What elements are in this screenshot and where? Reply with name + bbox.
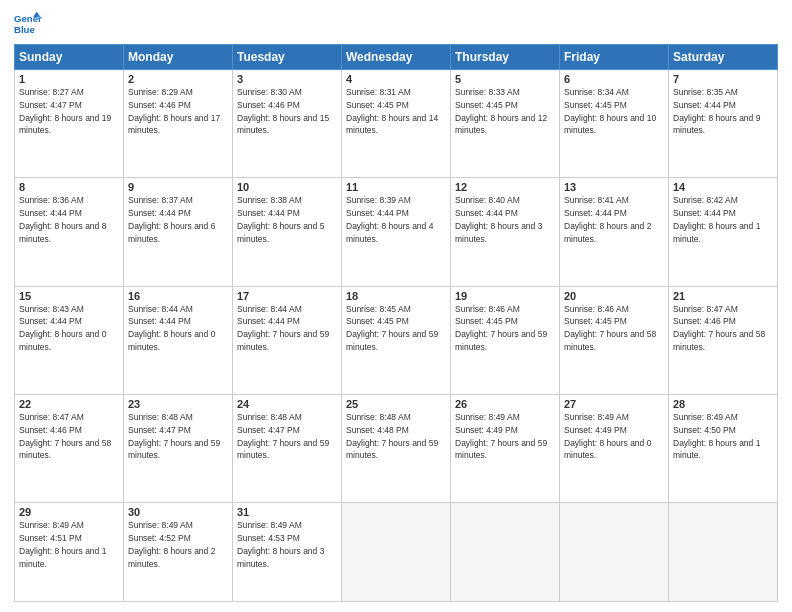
day-info: Sunrise: 8:45 AMSunset: 4:45 PMDaylight:… bbox=[346, 303, 446, 354]
day-number: 3 bbox=[237, 73, 337, 85]
calendar-cell: 19Sunrise: 8:46 AMSunset: 4:45 PMDayligh… bbox=[451, 286, 560, 394]
calendar-cell: 13Sunrise: 8:41 AMSunset: 4:44 PMDayligh… bbox=[560, 178, 669, 286]
calendar-cell: 18Sunrise: 8:45 AMSunset: 4:45 PMDayligh… bbox=[342, 286, 451, 394]
calendar-body: 1Sunrise: 8:27 AMSunset: 4:47 PMDaylight… bbox=[15, 70, 778, 602]
day-info: Sunrise: 8:34 AMSunset: 4:45 PMDaylight:… bbox=[564, 86, 664, 137]
day-info: Sunrise: 8:33 AMSunset: 4:45 PMDaylight:… bbox=[455, 86, 555, 137]
header: General Blue bbox=[14, 10, 778, 38]
day-info: Sunrise: 8:40 AMSunset: 4:44 PMDaylight:… bbox=[455, 194, 555, 245]
day-number: 2 bbox=[128, 73, 228, 85]
logo-icon: General Blue bbox=[14, 10, 42, 38]
calendar-cell bbox=[451, 503, 560, 602]
day-number: 22 bbox=[19, 398, 119, 410]
day-info: Sunrise: 8:48 AMSunset: 4:48 PMDaylight:… bbox=[346, 411, 446, 462]
calendar-row-0: 1Sunrise: 8:27 AMSunset: 4:47 PMDaylight… bbox=[15, 70, 778, 178]
day-number: 21 bbox=[673, 290, 773, 302]
day-number: 1 bbox=[19, 73, 119, 85]
calendar-row-1: 8Sunrise: 8:36 AMSunset: 4:44 PMDaylight… bbox=[15, 178, 778, 286]
day-info: Sunrise: 8:49 AMSunset: 4:51 PMDaylight:… bbox=[19, 519, 119, 570]
day-number: 11 bbox=[346, 181, 446, 193]
day-info: Sunrise: 8:46 AMSunset: 4:45 PMDaylight:… bbox=[455, 303, 555, 354]
calendar-cell: 5Sunrise: 8:33 AMSunset: 4:45 PMDaylight… bbox=[451, 70, 560, 178]
header-cell-wednesday: Wednesday bbox=[342, 45, 451, 70]
day-info: Sunrise: 8:41 AMSunset: 4:44 PMDaylight:… bbox=[564, 194, 664, 245]
calendar-cell: 26Sunrise: 8:49 AMSunset: 4:49 PMDayligh… bbox=[451, 395, 560, 503]
day-info: Sunrise: 8:38 AMSunset: 4:44 PMDaylight:… bbox=[237, 194, 337, 245]
header-cell-saturday: Saturday bbox=[669, 45, 778, 70]
calendar-cell: 14Sunrise: 8:42 AMSunset: 4:44 PMDayligh… bbox=[669, 178, 778, 286]
calendar-cell: 30Sunrise: 8:49 AMSunset: 4:52 PMDayligh… bbox=[124, 503, 233, 602]
calendar-cell: 16Sunrise: 8:44 AMSunset: 4:44 PMDayligh… bbox=[124, 286, 233, 394]
calendar-cell: 4Sunrise: 8:31 AMSunset: 4:45 PMDaylight… bbox=[342, 70, 451, 178]
header-cell-monday: Monday bbox=[124, 45, 233, 70]
day-number: 24 bbox=[237, 398, 337, 410]
header-cell-thursday: Thursday bbox=[451, 45, 560, 70]
svg-text:Blue: Blue bbox=[14, 24, 35, 35]
day-number: 14 bbox=[673, 181, 773, 193]
calendar-cell bbox=[560, 503, 669, 602]
calendar-cell: 24Sunrise: 8:48 AMSunset: 4:47 PMDayligh… bbox=[233, 395, 342, 503]
day-info: Sunrise: 8:43 AMSunset: 4:44 PMDaylight:… bbox=[19, 303, 119, 354]
calendar-row-4: 29Sunrise: 8:49 AMSunset: 4:51 PMDayligh… bbox=[15, 503, 778, 602]
calendar-cell bbox=[669, 503, 778, 602]
day-info: Sunrise: 8:29 AMSunset: 4:46 PMDaylight:… bbox=[128, 86, 228, 137]
calendar: SundayMondayTuesdayWednesdayThursdayFrid… bbox=[14, 44, 778, 602]
day-info: Sunrise: 8:36 AMSunset: 4:44 PMDaylight:… bbox=[19, 194, 119, 245]
day-number: 8 bbox=[19, 181, 119, 193]
calendar-cell: 1Sunrise: 8:27 AMSunset: 4:47 PMDaylight… bbox=[15, 70, 124, 178]
header-cell-tuesday: Tuesday bbox=[233, 45, 342, 70]
day-number: 4 bbox=[346, 73, 446, 85]
day-number: 19 bbox=[455, 290, 555, 302]
calendar-cell: 29Sunrise: 8:49 AMSunset: 4:51 PMDayligh… bbox=[15, 503, 124, 602]
day-info: Sunrise: 8:47 AMSunset: 4:46 PMDaylight:… bbox=[673, 303, 773, 354]
calendar-cell: 12Sunrise: 8:40 AMSunset: 4:44 PMDayligh… bbox=[451, 178, 560, 286]
calendar-cell: 9Sunrise: 8:37 AMSunset: 4:44 PMDaylight… bbox=[124, 178, 233, 286]
calendar-cell: 10Sunrise: 8:38 AMSunset: 4:44 PMDayligh… bbox=[233, 178, 342, 286]
calendar-cell: 7Sunrise: 8:35 AMSunset: 4:44 PMDaylight… bbox=[669, 70, 778, 178]
calendar-cell: 8Sunrise: 8:36 AMSunset: 4:44 PMDaylight… bbox=[15, 178, 124, 286]
day-info: Sunrise: 8:44 AMSunset: 4:44 PMDaylight:… bbox=[128, 303, 228, 354]
day-number: 5 bbox=[455, 73, 555, 85]
calendar-cell: 23Sunrise: 8:48 AMSunset: 4:47 PMDayligh… bbox=[124, 395, 233, 503]
day-number: 20 bbox=[564, 290, 664, 302]
day-number: 28 bbox=[673, 398, 773, 410]
day-number: 31 bbox=[237, 506, 337, 518]
header-cell-sunday: Sunday bbox=[15, 45, 124, 70]
day-number: 26 bbox=[455, 398, 555, 410]
calendar-cell bbox=[342, 503, 451, 602]
day-info: Sunrise: 8:31 AMSunset: 4:45 PMDaylight:… bbox=[346, 86, 446, 137]
day-number: 27 bbox=[564, 398, 664, 410]
day-number: 9 bbox=[128, 181, 228, 193]
day-number: 12 bbox=[455, 181, 555, 193]
calendar-cell: 15Sunrise: 8:43 AMSunset: 4:44 PMDayligh… bbox=[15, 286, 124, 394]
day-number: 7 bbox=[673, 73, 773, 85]
day-info: Sunrise: 8:48 AMSunset: 4:47 PMDaylight:… bbox=[237, 411, 337, 462]
day-number: 17 bbox=[237, 290, 337, 302]
day-number: 23 bbox=[128, 398, 228, 410]
calendar-cell: 27Sunrise: 8:49 AMSunset: 4:49 PMDayligh… bbox=[560, 395, 669, 503]
day-number: 29 bbox=[19, 506, 119, 518]
day-number: 10 bbox=[237, 181, 337, 193]
header-cell-friday: Friday bbox=[560, 45, 669, 70]
day-number: 16 bbox=[128, 290, 228, 302]
day-info: Sunrise: 8:30 AMSunset: 4:46 PMDaylight:… bbox=[237, 86, 337, 137]
day-number: 18 bbox=[346, 290, 446, 302]
logo: General Blue bbox=[14, 10, 46, 38]
calendar-cell: 3Sunrise: 8:30 AMSunset: 4:46 PMDaylight… bbox=[233, 70, 342, 178]
calendar-row-3: 22Sunrise: 8:47 AMSunset: 4:46 PMDayligh… bbox=[15, 395, 778, 503]
day-info: Sunrise: 8:37 AMSunset: 4:44 PMDaylight:… bbox=[128, 194, 228, 245]
day-info: Sunrise: 8:49 AMSunset: 4:50 PMDaylight:… bbox=[673, 411, 773, 462]
day-number: 6 bbox=[564, 73, 664, 85]
day-info: Sunrise: 8:47 AMSunset: 4:46 PMDaylight:… bbox=[19, 411, 119, 462]
calendar-cell: 22Sunrise: 8:47 AMSunset: 4:46 PMDayligh… bbox=[15, 395, 124, 503]
day-number: 25 bbox=[346, 398, 446, 410]
calendar-header-row: SundayMondayTuesdayWednesdayThursdayFrid… bbox=[15, 45, 778, 70]
day-info: Sunrise: 8:42 AMSunset: 4:44 PMDaylight:… bbox=[673, 194, 773, 245]
day-info: Sunrise: 8:39 AMSunset: 4:44 PMDaylight:… bbox=[346, 194, 446, 245]
day-info: Sunrise: 8:35 AMSunset: 4:44 PMDaylight:… bbox=[673, 86, 773, 137]
calendar-cell: 28Sunrise: 8:49 AMSunset: 4:50 PMDayligh… bbox=[669, 395, 778, 503]
calendar-cell: 6Sunrise: 8:34 AMSunset: 4:45 PMDaylight… bbox=[560, 70, 669, 178]
day-info: Sunrise: 8:49 AMSunset: 4:52 PMDaylight:… bbox=[128, 519, 228, 570]
day-number: 30 bbox=[128, 506, 228, 518]
calendar-cell: 20Sunrise: 8:46 AMSunset: 4:45 PMDayligh… bbox=[560, 286, 669, 394]
